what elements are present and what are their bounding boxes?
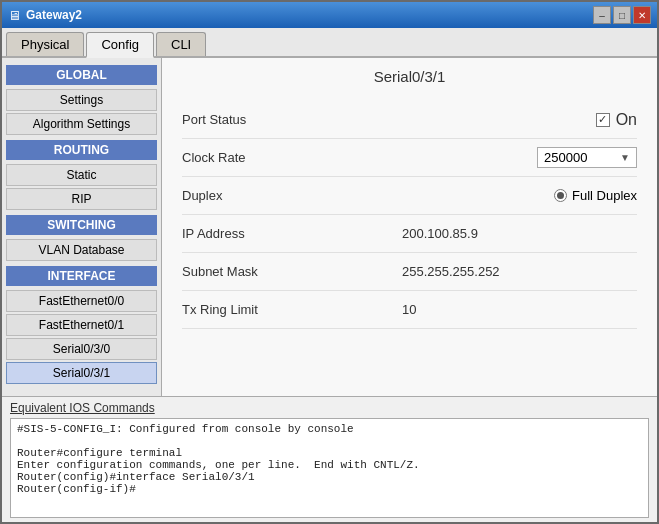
clock-rate-display: 250000 [544,150,587,165]
radio-dot [557,192,564,199]
field-row-duplex: Duplex Full Duplex [182,177,637,215]
sidebar-item-serial0-3-1[interactable]: Serial0/3/1 [6,362,157,384]
ip-address-text: 200.100.85.9 [402,226,478,241]
field-row-subnet-mask: Subnet Mask 255.255.255.252 [182,253,637,291]
port-status-checkbox[interactable]: ✓ [596,113,610,127]
field-row-ip-address: IP Address 200.100.85.9 [182,215,637,253]
tabs-row: Physical Config CLI [2,28,657,58]
sidebar-section-interface: INTERFACE [6,266,157,286]
tx-ring-limit-value: 10 [382,302,637,317]
field-row-port-status: Port Status ✓ On [182,101,637,139]
bottom-section: Equivalent IOS Commands #SIS-5-CONFIG_I:… [2,396,657,522]
clock-rate-arrow: ▼ [620,152,630,163]
maximize-button[interactable]: □ [613,6,631,24]
clock-rate-value: 250000 ▼ [382,147,637,168]
tab-config[interactable]: Config [86,32,154,58]
clock-rate-select[interactable]: 250000 ▼ [537,147,637,168]
sidebar-item-vlan-database[interactable]: VLAN Database [6,239,157,261]
port-status-value: ✓ On [382,111,637,129]
sidebar-section-routing: ROUTING [6,140,157,160]
sidebar-item-settings[interactable]: Settings [6,89,157,111]
sidebar-item-fastethernet0-0[interactable]: FastEthernet0/0 [6,290,157,312]
ios-label: Equivalent IOS Commands [10,401,649,415]
sidebar-section-global: GLOBAL [6,65,157,85]
tab-cli[interactable]: CLI [156,32,206,56]
port-status-label: Port Status [182,112,382,127]
sidebar-item-rip[interactable]: RIP [6,188,157,210]
window-icon: 🖥 [8,8,21,23]
title-bar-left: 🖥 Gateway2 [8,8,82,23]
right-panel: Serial0/3/1 Port Status ✓ On Clock Rate … [162,58,657,396]
main-window: 🖥 Gateway2 – □ ✕ Physical Config CLI GLO… [0,0,659,524]
field-row-clock-rate: Clock Rate 250000 ▼ [182,139,637,177]
field-row-tx-ring-limit: Tx Ring Limit 10 [182,291,637,329]
sidebar: GLOBAL Settings Algorithm Settings ROUTI… [2,58,162,396]
title-bar: 🖥 Gateway2 – □ ✕ [2,2,657,28]
duplex-label: Duplex [182,188,382,203]
clock-rate-label: Clock Rate [182,150,382,165]
sidebar-item-fastethernet0-1[interactable]: FastEthernet0/1 [6,314,157,336]
panel-title: Serial0/3/1 [182,68,637,85]
minimize-button[interactable]: – [593,6,611,24]
tx-ring-limit-label: Tx Ring Limit [182,302,382,317]
content-area: GLOBAL Settings Algorithm Settings ROUTI… [2,58,657,396]
ip-address-value: 200.100.85.9 [382,226,637,241]
duplex-radio[interactable] [554,189,567,202]
port-status-on-label: On [616,111,637,129]
title-bar-buttons: – □ ✕ [593,6,651,24]
tab-physical[interactable]: Physical [6,32,84,56]
ip-address-label: IP Address [182,226,382,241]
port-status-area: ✓ On [596,111,637,129]
duplex-text: Full Duplex [572,188,637,203]
ios-console[interactable]: #SIS-5-CONFIG_I: Configured from console… [10,418,649,518]
close-button[interactable]: ✕ [633,6,651,24]
sidebar-item-serial0-3-0[interactable]: Serial0/3/0 [6,338,157,360]
subnet-mask-value: 255.255.255.252 [382,264,637,279]
sidebar-item-algorithm-settings[interactable]: Algorithm Settings [6,113,157,135]
duplex-value: Full Duplex [382,188,637,203]
duplex-radio-area: Full Duplex [554,188,637,203]
subnet-mask-text: 255.255.255.252 [402,264,500,279]
tx-ring-limit-text: 10 [402,302,416,317]
sidebar-section-switching: SWITCHING [6,215,157,235]
subnet-mask-label: Subnet Mask [182,264,382,279]
window-title: Gateway2 [26,8,82,22]
sidebar-item-static[interactable]: Static [6,164,157,186]
